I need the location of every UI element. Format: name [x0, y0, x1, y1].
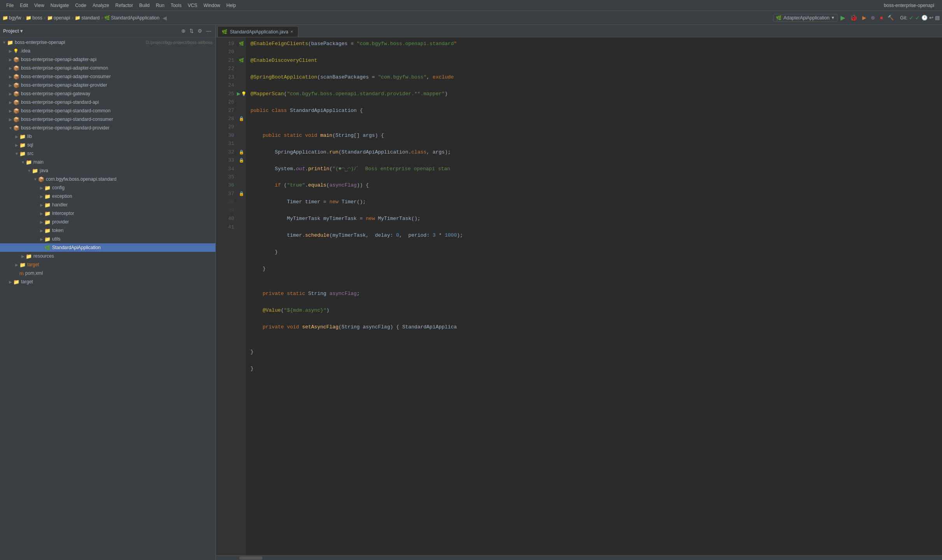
tree-item-utils[interactable]: ▶ 📁 utils: [0, 235, 215, 243]
git-check-icon[interactable]: ✓: [909, 15, 914, 21]
project-header-icons: ⊕ ⇅ ⚙ —: [180, 28, 212, 34]
gutter-lock-37[interactable]: 🔒: [238, 190, 245, 198]
tree-label-utils: utils: [52, 236, 214, 242]
tab-close-button[interactable]: ×: [291, 30, 293, 34]
menu-run[interactable]: Run: [153, 2, 168, 9]
gutter-run-25[interactable]: ▶ 💡: [238, 90, 245, 98]
tree-label-package: com.bgyfw.boss.openapi.standard: [46, 176, 214, 182]
editor-tabs: 🌿 StandardApiApplication.java ×: [216, 25, 942, 37]
tree-item-StandardApiApplication[interactable]: ▶ 🌿 StandardApiApplication: [0, 243, 215, 252]
gutter-lock-33[interactable]: 🔒: [238, 156, 245, 164]
git-check2-icon[interactable]: ✓: [915, 15, 920, 21]
toolbar-back-icon[interactable]: ◀: [163, 15, 167, 21]
menu-refactor[interactable]: Refactor: [112, 2, 136, 9]
project-tree[interactable]: ▼ 📁 boss-enterprise-openapi D:/project/b…: [0, 37, 215, 560]
module-icon-adapter-provider: 📦: [13, 82, 19, 88]
tree-item-interceptor[interactable]: ▶ 📁 interceptor: [0, 209, 215, 218]
git-label: Git:: [900, 15, 907, 21]
run-button[interactable]: ▶: [839, 13, 847, 22]
localize-icon[interactable]: ⊕: [180, 28, 187, 34]
menu-file[interactable]: File: [3, 2, 17, 9]
coverage-button[interactable]: ▶: [861, 14, 868, 21]
debug-button[interactable]: 🐞: [848, 13, 859, 22]
tree-label-main: main: [33, 159, 214, 165]
tree-item-exception[interactable]: ▶ 📁 exception: [0, 192, 215, 201]
tree-label-pom: pom.xml: [25, 270, 214, 276]
git-history-icon[interactable]: 🕐: [921, 15, 928, 21]
tree-item-token[interactable]: ▶ 📁 token: [0, 226, 215, 235]
breadcrumb-boss[interactable]: boss: [32, 15, 42, 21]
menu-vcs[interactable]: VCS: [185, 2, 201, 9]
main-area: Project ▾ ⊕ ⇅ ⚙ — ▼ 📁 boss-enterprise-op…: [0, 25, 942, 560]
menu-edit[interactable]: Edit: [17, 2, 31, 9]
menubar: File Edit View Navigate Code Analyze Ref…: [0, 0, 942, 11]
tree-label-root: boss-enterprise-openapi: [15, 40, 144, 45]
gutter-bean-19[interactable]: 🌿: [238, 40, 245, 48]
tree-item-standard-consumer[interactable]: ▶ 📦 boss-enterprise-openapi-standard-con…: [0, 115, 215, 124]
menu-view[interactable]: View: [31, 2, 47, 9]
tree-item-provider[interactable]: ▶ 📁 provider: [0, 218, 215, 226]
run-config-selector[interactable]: 🌿 AdapterApiApplication ▼: [773, 14, 837, 22]
tree-item-standard-api[interactable]: ▶ 📦 boss-enterprise-openapi-standard-api: [0, 98, 215, 106]
gutter-empty-31: [238, 140, 245, 148]
tree-item-root[interactable]: ▼ 📁 boss-enterprise-openapi D:/project/b…: [0, 38, 215, 47]
tree-item-src[interactable]: ▼ 📁 src: [0, 149, 215, 158]
tree-item-java[interactable]: ▼ 📁 java: [0, 166, 215, 175]
tree-label-target2: target: [21, 279, 214, 284]
tree-item-main[interactable]: ▼ 📁 main: [0, 158, 215, 166]
close-panel-icon[interactable]: —: [205, 28, 212, 34]
settings-icon[interactable]: ⚙: [196, 28, 203, 34]
tree-item-target2[interactable]: ▶ 📁 target: [0, 277, 215, 286]
menu-help[interactable]: Help: [223, 2, 239, 9]
tree-label-exception: exception: [52, 194, 214, 199]
gutter-lock-32[interactable]: 🔒: [238, 148, 245, 156]
tree-item-pom[interactable]: ▶ m pom.xml: [0, 269, 215, 277]
run-marker[interactable]: ▶: [237, 91, 240, 96]
code-content[interactable]: @EnableFeignClients(basePackages = "com.…: [246, 37, 942, 555]
tree-item-adapter-common[interactable]: ▶ 📦 boss-enterprise-openapi-adapter-comm…: [0, 64, 215, 72]
breadcrumb-openapi[interactable]: openapi: [54, 15, 70, 21]
tree-item-resources[interactable]: ▶ 📁 resources: [0, 252, 215, 260]
menu-code[interactable]: Code: [72, 2, 89, 9]
tree-item-package[interactable]: ▼ 📦 com.bgyfw.boss.openapi.standard: [0, 175, 215, 183]
gutter-lock-28[interactable]: 🔒: [238, 115, 245, 123]
tree-item-adapter-consumer[interactable]: ▶ 📦 boss-enterprise-openapi-adapter-cons…: [0, 72, 215, 81]
gutter-empty-40: [238, 215, 245, 223]
pom-icon: m: [19, 270, 24, 276]
menu-navigate[interactable]: Navigate: [47, 2, 72, 9]
tree-label-java: java: [40, 168, 214, 173]
tree-label-lib: lib: [27, 134, 214, 139]
profile-button[interactable]: ⊕: [869, 14, 877, 21]
build-button[interactable]: 🔨: [886, 14, 895, 21]
horizontal-scrollbar[interactable]: [216, 555, 942, 560]
tree-label-config: config: [52, 185, 214, 190]
tree-item-sql[interactable]: ▶ 📁 sql: [0, 141, 215, 149]
breadcrumb-bgyfw[interactable]: bgyfw: [9, 15, 21, 21]
menu-tools[interactable]: Tools: [168, 2, 185, 9]
menu-analyze[interactable]: Analyze: [89, 2, 112, 9]
gutter-empty-36: [238, 181, 245, 189]
menu-build[interactable]: Build: [136, 2, 153, 9]
git-rollback-icon[interactable]: ↩: [929, 15, 933, 21]
expand-all-icon[interactable]: ⇅: [188, 28, 195, 34]
spring-class-icon: 🌿: [44, 245, 51, 251]
gutter-empty-41: [238, 223, 245, 231]
tree-item-adapter-api[interactable]: ▶ 📦 boss-enterprise-openapi-adapter-api: [0, 55, 215, 64]
stop-button[interactable]: ■: [878, 14, 884, 21]
tree-item-config[interactable]: ▶ 📁 config: [0, 183, 215, 192]
editor-tab-StandardApiApplication[interactable]: 🌿 StandardApiApplication.java ×: [217, 26, 298, 37]
tree-item-gateway[interactable]: ▶ 📦 boss-enterprise-openapi-gateway: [0, 89, 215, 98]
menu-window[interactable]: Window: [200, 2, 223, 9]
tree-item-standard-common[interactable]: ▶ 📦 boss-enterprise-openapi-standard-com…: [0, 106, 215, 115]
tree-item-standard-provider[interactable]: ▼ 📦 boss-enterprise-openapi-standard-pro…: [0, 124, 215, 132]
gutter-bean-21[interactable]: 🌿: [238, 56, 245, 65]
breadcrumb-standard[interactable]: standard: [81, 15, 100, 21]
tree-item-adapter-provider[interactable]: ▶ 📦 boss-enterprise-openapi-adapter-prov…: [0, 81, 215, 89]
tree-item-lib[interactable]: ▶ 📁 lib: [0, 132, 215, 141]
git-more-icon[interactable]: ▤: [935, 15, 940, 21]
tree-item-handler[interactable]: ▶ 📁 handler: [0, 201, 215, 209]
tree-item-target-inner[interactable]: ▶ 📁 target: [0, 260, 215, 269]
breadcrumb-class[interactable]: StandardApiApplication: [111, 15, 159, 21]
tree-item-idea[interactable]: ▶ 💡 .idea: [0, 47, 215, 55]
h-scrollbar-thumb[interactable]: [239, 557, 263, 560]
